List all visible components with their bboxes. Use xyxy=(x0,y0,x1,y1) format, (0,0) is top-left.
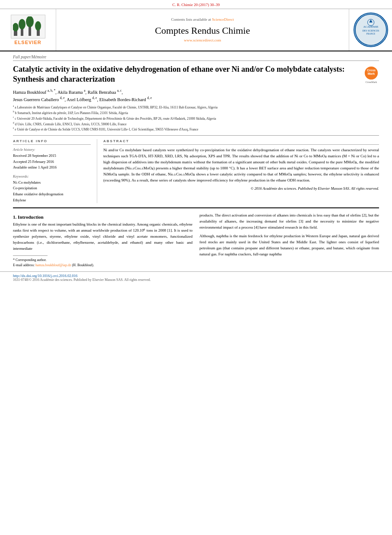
body-section: 1. Introduction Ethylene is one of the m… xyxy=(0,213,392,268)
elsevier-logo-section: ELSEVIER xyxy=(0,9,56,51)
doi-link[interactable]: http://dx.doi.org/10.1016/j.crci.2016.02… xyxy=(13,274,379,278)
journal-citation-text: C. R. Chimie 20 (2017) 30–39 xyxy=(172,3,220,7)
article-section: Full paper/Mémoire Catalytic activity in… xyxy=(0,51,392,203)
intro-para-2: products. The direct activation and conv… xyxy=(200,213,379,231)
section-divider xyxy=(13,207,379,208)
journal-center: Contents lists available at ScienceDirec… xyxy=(56,9,349,51)
crossmark-label: CrossMark xyxy=(366,81,377,83)
affiliation-b: b b Sonatrach, Institut algérien du pétr… xyxy=(13,110,379,115)
affiliations: a a Laboratoire de Matériaux Catalytique… xyxy=(13,105,379,132)
copyright-line: © 2016 Académie des sciences. Published … xyxy=(103,186,379,191)
email-line: E-mail address: hamza.boukhlouf@iap.dz (… xyxy=(13,263,193,268)
intro-para-3: Although, naphtha is the main feedstock … xyxy=(200,233,379,258)
crossmark-badge: Cross Mark CrossMark xyxy=(363,66,379,83)
introduction-text-right: products. The direct activation and conv… xyxy=(200,213,379,258)
email-link[interactable]: hamza.boukhlouf@iap.dz xyxy=(35,263,71,267)
sciencedirect-label: Contents lists available at ScienceDirec… xyxy=(171,17,234,22)
article-history-label: Article history: xyxy=(13,147,91,152)
footnote-divider xyxy=(13,255,48,256)
academy-logo-section: ACADÉMIE DES SCIENCES FRANCE xyxy=(349,9,392,51)
article-info-column: ARTICLE INFO Article history: Received 2… xyxy=(13,139,97,203)
article-info-abstract: ARTICLE INFO Article history: Received 2… xyxy=(13,135,379,203)
accepted-date: Accepted 25 February 2016 xyxy=(13,159,91,165)
svg-text:DES SCIENCES: DES SCIENCES xyxy=(362,29,379,32)
available-date: Available online 1 April 2016 xyxy=(13,165,91,171)
keyword-2: Co-precipitation xyxy=(13,185,91,191)
article-title-row: Catalytic activity in the oxidative dehy… xyxy=(13,64,379,85)
email-suffix: (H. Boukhlouf). xyxy=(72,263,94,267)
abstract-column: ABSTRACT Ni and/or Co molybdate based ca… xyxy=(97,139,379,203)
svg-point-7 xyxy=(35,21,41,31)
svg-text:Cross: Cross xyxy=(367,69,376,72)
abstract-paragraph: Ni and/or Co molybdate based catalysts w… xyxy=(103,147,379,184)
keywords-section: Keywords: Ni–Co molybdates Co-precipitat… xyxy=(13,174,91,203)
keywords-label: Keywords: xyxy=(13,174,91,178)
journal-citation: C. R. Chimie 20 (2017) 30–39 xyxy=(0,0,392,9)
svg-point-1 xyxy=(13,23,19,32)
abstract-header: ABSTRACT xyxy=(103,139,379,145)
svg-text:FRANCE: FRANCE xyxy=(366,32,375,35)
elsevier-logo-image xyxy=(11,15,45,38)
introduction-text-left: Ethylene is one of the most important bu… xyxy=(13,222,193,252)
abstract-text: Ni and/or Co molybdate based catalysts w… xyxy=(103,147,379,191)
keywords-list: Ni–Co molybdates Co-precipitation Ethane… xyxy=(13,180,91,203)
received-date: Received 28 September 2015 xyxy=(13,153,91,159)
journal-title: Comptes Rendus Chimie xyxy=(155,25,250,36)
bottom-bar: http://dx.doi.org/10.1016/j.crci.2016.02… xyxy=(0,271,392,283)
elsevier-logo: ELSEVIER xyxy=(11,15,45,45)
keyword-1: Ni–Co molybdates xyxy=(13,180,91,186)
article-dates: Received 28 September 2015 Accepted 25 F… xyxy=(13,153,91,171)
affiliation-e: e e Unité de Catalyse et de Chimie du So… xyxy=(13,127,379,132)
svg-point-5 xyxy=(26,16,34,27)
svg-text:Mark: Mark xyxy=(368,72,375,76)
authors: Hamza Boukhlouf a, b, *, Akila Barama a,… xyxy=(13,88,379,103)
elsevier-text: ELSEVIER xyxy=(14,40,41,45)
page: C. R. Chimie 20 (2017) 30–39 xyxy=(0,0,392,535)
keyword-3: Ethane oxidative dehydrogenation xyxy=(13,191,91,197)
article-type-label: Full paper/Mémoire xyxy=(13,55,379,61)
svg-point-3 xyxy=(19,19,25,29)
intro-para-1: Ethylene is one of the most important bu… xyxy=(13,222,193,252)
corresponding-label: * Corresponding author. xyxy=(13,258,193,263)
body-right-col: products. The direct activation and conv… xyxy=(200,213,379,268)
article-title: Catalytic activity in the oxidative dehy… xyxy=(13,64,363,85)
affiliation-a: a a Laboratoire de Matériaux Catalytique… xyxy=(13,105,379,110)
journal-url[interactable]: www.sciencedirect.com xyxy=(184,38,221,42)
footnote-section: * Corresponding author. E-mail address: … xyxy=(13,258,193,268)
email-label: E-mail address: xyxy=(13,263,35,267)
keyword-4: Ethylene xyxy=(13,197,91,204)
article-info-header: ARTICLE INFO xyxy=(13,139,91,145)
issn-line: 1631-0748/© 2016 Académie des sciences. … xyxy=(13,278,379,282)
affiliation-d: d d Univ. Lille, CNRS, Centrale Lille, E… xyxy=(13,121,379,127)
introduction-title: 1. Introduction xyxy=(13,214,193,220)
body-left-col: 1. Introduction Ethylene is one of the m… xyxy=(13,213,193,268)
affiliation-c: c c Université 20 Août-Skikda, Faculté d… xyxy=(13,116,379,121)
academy-logo: ACADÉMIE DES SCIENCES FRANCE xyxy=(354,13,388,47)
sciencedirect-link[interactable]: ScienceDirect xyxy=(212,17,234,22)
journal-header: ELSEVIER Contents lists available at Sci… xyxy=(0,9,392,51)
